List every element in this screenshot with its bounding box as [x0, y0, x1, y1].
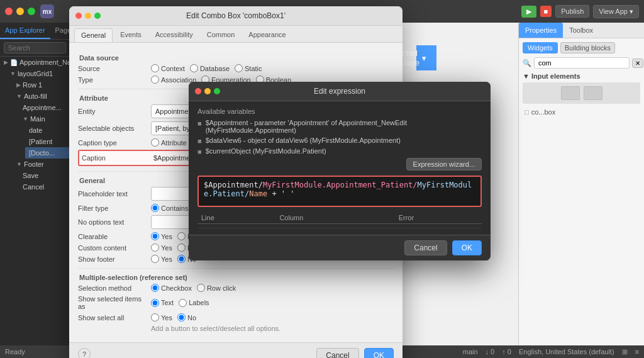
view-app-button[interactable]: View App ▾ — [593, 5, 639, 18]
minimize-button[interactable] — [16, 8, 24, 15]
tab-events[interactable]: Events — [114, 28, 148, 42]
search-clear-button[interactable]: ✕ — [632, 59, 643, 68]
entity-label: Entity — [78, 108, 147, 115]
run-button[interactable]: ▶ — [521, 6, 536, 18]
combo-cancel-button[interactable]: Cancel — [316, 348, 358, 358]
footer-yes[interactable]: Yes — [151, 255, 172, 263]
widget-search-input[interactable] — [534, 57, 630, 69]
expr-maximize[interactable] — [214, 88, 220, 94]
expression-wizard-button[interactable]: Expression wizard... — [406, 158, 482, 171]
expr-cancel-button[interactable]: Cancel — [404, 240, 447, 255]
input-widget[interactable] — [584, 86, 602, 100]
tab-accessibility[interactable]: Accessibility — [149, 28, 199, 42]
input-elements-header: ▼ Input elements — [523, 72, 640, 80]
right-panel-tabs: Properties Toolbox — [519, 23, 644, 38]
selection-method-row: Selection method Checkbox Row click — [78, 284, 394, 292]
left-panel: App Explorer Page Ex ▶ 📄 Appointment_New… — [0, 23, 70, 345]
tree-item-layoutgrid[interactable]: ▼ layoutGrid1 — [6, 68, 70, 79]
filter-contains[interactable]: Contains — [151, 204, 188, 212]
type-label: Type — [78, 76, 147, 84]
list-icon[interactable]: ≡ — [635, 348, 639, 355]
show-text[interactable]: Text — [151, 299, 174, 307]
tree-item-appointme[interactable]: Appointme... — [19, 102, 70, 113]
select-all-yes[interactable]: Yes — [151, 313, 172, 322]
combo-ok-button[interactable]: OK — [364, 348, 394, 358]
dialog-maximize[interactable] — [94, 13, 101, 19]
traffic-lights — [5, 8, 35, 15]
source-static[interactable]: Static — [235, 64, 262, 72]
var-item-1: ■ $Appointment - parameter 'Appointment'… — [197, 119, 482, 134]
expr-minimize[interactable] — [204, 88, 211, 94]
var-item-2: ■ $dataView6 - object of dataView6 (MyFi… — [197, 137, 482, 145]
tree-item-autofill[interactable]: ▼ Auto-fill — [13, 91, 70, 102]
source-row: Source Context Database Static — [78, 64, 394, 72]
show-select-all-row: Show select all Yes No — [78, 313, 394, 322]
expression-editor[interactable]: $Appointment/MyFirstModule.Appointment_P… — [197, 176, 482, 207]
custom-content-label: Custom content — [78, 244, 147, 252]
building-blocks-tab[interactable]: Building blocks — [560, 42, 615, 53]
close-button[interactable] — [5, 8, 13, 15]
locale: English, United States (default) — [519, 348, 614, 355]
tree-item-appointment[interactable]: ▶ 📄 Appointment_NewE — [0, 57, 70, 68]
show-selected-controls: Text Labels — [151, 299, 394, 307]
custom-yes[interactable]: Yes — [151, 243, 172, 252]
tree-item-row1[interactable]: ▶ Row 1 — [13, 79, 70, 91]
dialog-close[interactable] — [75, 13, 82, 19]
show-select-all-controls: Yes No — [151, 313, 394, 322]
dialog-expression: Edit expression Available variables ■ $A… — [189, 82, 491, 260]
show-footer-label: Show footer — [78, 255, 147, 263]
bullet-icon: ■ — [197, 137, 202, 145]
grid-icon[interactable]: ⊞ — [622, 348, 628, 356]
publish-button[interactable]: Publish — [555, 5, 589, 18]
tab-general[interactable]: General — [74, 28, 113, 42]
left-search-input[interactable] — [4, 42, 66, 53]
expr-body: Available variables ■ $Appointment - par… — [189, 101, 491, 235]
left-search-box — [0, 40, 70, 57]
combo-box-widget[interactable] — [561, 86, 580, 100]
source-database[interactable]: Database — [190, 64, 230, 72]
selection-checkbox[interactable]: Checkbox — [151, 284, 192, 292]
widgets-tab[interactable]: Widgets — [523, 42, 558, 53]
toolbar-actions: ▶ ■ Publish View App ▾ — [521, 5, 639, 18]
selection-rowclick[interactable]: Row click — [197, 284, 236, 292]
clearable-label: Clearable — [78, 233, 147, 240]
expr-traffic-lights — [195, 88, 220, 94]
left-panel-tabs: App Explorer Page Ex — [0, 23, 70, 40]
tree-item-footer[interactable]: ▼ Footer — [13, 159, 70, 170]
source-label: Source — [78, 65, 147, 72]
select-all-no[interactable]: No — [177, 313, 196, 322]
help-button[interactable]: ? — [78, 348, 91, 358]
language-bar: Selected language ▾ — [416, 45, 436, 70]
right-panel: Properties Toolbox Widgets Building bloc… — [518, 23, 644, 345]
available-vars-label: Available variables — [197, 108, 482, 115]
show-selected-label: Show selected items as — [78, 295, 147, 310]
bullet-icon: ■ — [197, 148, 202, 155]
show-labels[interactable]: Labels — [179, 299, 209, 307]
tab-appearance[interactable]: Appearance — [242, 28, 292, 42]
expr-title: Edit expression — [189, 82, 491, 101]
tree-item-main[interactable]: ▼ Main — [19, 113, 70, 125]
stop-button[interactable]: ■ — [540, 6, 552, 17]
tab-app-explorer[interactable]: App Explorer — [0, 23, 50, 39]
app-icon: mx — [40, 4, 54, 18]
tree-view: ▶ 📄 Appointment_NewE ▼ layoutGrid1 ▶ Row… — [0, 57, 70, 193]
expr-ok-button[interactable]: OK — [452, 240, 482, 255]
clearable-yes[interactable]: Yes — [151, 232, 172, 240]
dialog-minimize[interactable] — [85, 13, 91, 19]
maximize-button[interactable] — [28, 8, 35, 15]
tree-item-cancel[interactable]: Cancel — [19, 181, 70, 193]
tree-item-save[interactable]: Save — [19, 170, 70, 181]
tree-item-patient[interactable]: [Patient — [25, 136, 70, 147]
expr-close[interactable] — [195, 88, 201, 94]
error-row-empty — [197, 224, 482, 228]
selection-method-controls: Checkbox Row click — [151, 284, 394, 292]
combobox-icon: □ — [525, 108, 529, 116]
tree-item-docto[interactable]: [Docto... — [25, 147, 70, 159]
tab-properties[interactable]: Properties — [519, 23, 563, 38]
caption-attribute[interactable]: Attribute — [151, 138, 187, 147]
tab-toolbox[interactable]: Toolbox — [563, 23, 599, 38]
git-down: ↓ 0 — [486, 348, 495, 355]
source-context[interactable]: Context — [151, 64, 185, 72]
tree-item-date[interactable]: date — [25, 125, 70, 136]
tab-common[interactable]: Common — [201, 28, 242, 42]
